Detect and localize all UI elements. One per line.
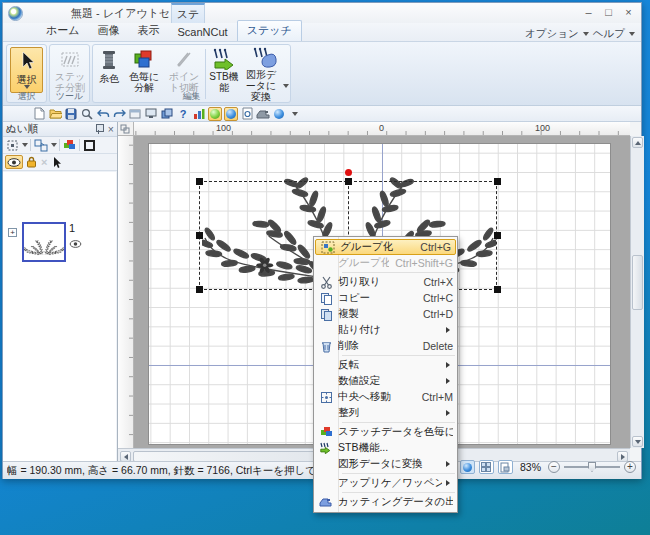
realistic-view-icon[interactable] <box>208 107 222 121</box>
menu-item-paste[interactable]: 貼り付け <box>314 322 457 338</box>
solid-view-icon[interactable] <box>224 107 238 121</box>
sewing-machine-icon[interactable] <box>256 107 270 121</box>
tab-image[interactable]: 画像 <box>89 21 129 41</box>
fit-page-icon[interactable] <box>498 460 513 474</box>
convert-to-shape-button[interactable]: 図形データに変換 <box>241 47 289 93</box>
help-menu[interactable]: ヘルプ <box>593 27 625 41</box>
contextual-tab-header[interactable]: ステッチ <box>171 3 205 23</box>
multi-frame-caret-icon[interactable] <box>51 143 57 147</box>
zoom-in-button[interactable]: + <box>624 461 636 473</box>
vertical-scrollbar[interactable] <box>630 136 644 448</box>
menu-item-duplicate[interactable]: 複製 Ctrl+D <box>314 306 457 322</box>
menu-item-align[interactable]: 整列 <box>314 405 457 421</box>
menu-item-move-to-center[interactable]: 中央へ移動 Ctrl+M <box>314 389 457 405</box>
submenu-arrow-icon <box>446 362 453 368</box>
expander-icon[interactable]: + <box>8 228 17 237</box>
menu-separator <box>342 473 455 474</box>
rotation-handle[interactable] <box>345 169 352 176</box>
view-mode-icon[interactable] <box>460 460 475 474</box>
save-icon[interactable] <box>64 107 78 121</box>
zoom-slider-thumb[interactable] <box>588 462 596 472</box>
panel-close-icon[interactable]: × <box>108 123 114 135</box>
select-frame-icon[interactable] <box>5 138 20 152</box>
split-view-icon[interactable] <box>479 460 494 474</box>
stitch-view-icon[interactable] <box>272 107 286 121</box>
item-eye-icon[interactable] <box>69 240 82 248</box>
handle-top-center[interactable] <box>345 178 352 185</box>
menu-item-group[interactable]: グループ化 Ctrl+G <box>315 239 456 255</box>
print-preview-icon[interactable] <box>240 107 254 121</box>
stb-function-button[interactable]: STB機能 <box>207 47 241 93</box>
handle-bottom-left[interactable] <box>196 286 203 293</box>
hide-disabled-icon[interactable]: × <box>40 155 48 169</box>
handle-bottom-right[interactable] <box>494 286 501 293</box>
menu-item-copy[interactable]: コピー Ctrl+C <box>314 290 457 306</box>
point-cut-button[interactable]: ポイント切断 <box>165 47 203 93</box>
stb-menu-icon <box>314 442 338 454</box>
menu-item-numeric-setting[interactable]: 数値設定 <box>314 373 457 389</box>
scroll-down-button[interactable] <box>632 436 643 447</box>
menu-item-applique[interactable]: アップリケ／ワッペン <box>314 475 457 491</box>
submenu-arrow-icon <box>446 410 453 416</box>
tab-stitch[interactable]: ステッチ <box>237 20 302 41</box>
open-file-icon[interactable] <box>48 107 62 121</box>
help-icon[interactable]: ? <box>176 107 190 121</box>
design-settings-icon[interactable] <box>192 107 206 121</box>
zoom-slider[interactable] <box>564 466 620 468</box>
zoom-out-button[interactable]: − <box>548 461 560 473</box>
ruler-label-right: 100 <box>535 123 550 133</box>
menu-item-ungroup[interactable]: グループ化解除 Ctrl+Shift+G <box>314 255 457 271</box>
menu-separator <box>342 492 455 493</box>
close-icon: × <box>625 6 631 18</box>
tab-home[interactable]: ホーム <box>37 21 89 41</box>
toolbar-options-caret-icon[interactable] <box>288 107 302 121</box>
redo-icon[interactable] <box>112 107 126 121</box>
stitch-divide-button[interactable]: ステッチ分割 <box>52 47 88 93</box>
select-caret-icon <box>24 85 30 89</box>
multi-frame-icon[interactable] <box>33 138 49 152</box>
menu-item-cutting-data-output[interactable]: カッティングデータの出力 <box>314 494 457 510</box>
tab-scanncut[interactable]: ScanNCut <box>169 24 237 41</box>
handle-top-left[interactable] <box>196 178 203 185</box>
color-order-icon[interactable] <box>62 138 77 152</box>
design-thumbnail[interactable] <box>22 222 66 262</box>
stitch-divide-icon <box>60 47 80 71</box>
panel-cursor-icon[interactable] <box>50 155 63 169</box>
menu-item-convert-to-shape[interactable]: 図形データに変換 <box>314 456 457 472</box>
handle-top-right[interactable] <box>494 178 501 185</box>
thread-color-button[interactable]: 糸色 <box>95 47 123 93</box>
new-document-icon[interactable] <box>32 107 46 121</box>
design-page-settings-icon[interactable] <box>160 107 174 121</box>
scroll-up-button[interactable] <box>632 137 643 148</box>
menu-item-cut[interactable]: 切り取り Ctrl+X <box>314 274 457 290</box>
undo-icon[interactable] <box>96 107 110 121</box>
options-menu[interactable]: オプション <box>525 27 579 41</box>
separate-by-color-button[interactable]: 色毎に分解 <box>124 47 164 93</box>
ruler-label-center: 0 <box>379 123 384 133</box>
handle-mid-right[interactable] <box>494 232 501 239</box>
ruler-label-left: 100 <box>216 123 231 133</box>
app-icon[interactable] <box>8 6 23 21</box>
maximize-button[interactable]: □ <box>600 5 617 20</box>
handle-mid-left[interactable] <box>196 232 203 239</box>
close-button[interactable]: × <box>620 5 637 20</box>
menu-item-separate-stitch-by-color[interactable]: ステッチデータを色毎に分解 <box>314 424 457 440</box>
show-hide-eye-icon[interactable] <box>5 155 23 169</box>
frame-view-icon[interactable] <box>82 138 97 152</box>
property-window-icon[interactable] <box>128 107 142 121</box>
menu-item-delete[interactable]: 削除 Delete <box>314 338 457 354</box>
vertical-scroll-thumb[interactable] <box>632 255 643 310</box>
menu-item-flip[interactable]: 反転 <box>314 357 457 373</box>
select-frame-caret-icon[interactable] <box>22 143 28 147</box>
zoom-tool-icon[interactable] <box>80 107 94 121</box>
lock-icon[interactable] <box>25 155 38 169</box>
submenu-arrow-icon <box>446 461 453 467</box>
select-button[interactable]: 選択 <box>10 47 43 93</box>
stb-function-icon <box>211 47 237 71</box>
thumbnail-design-image <box>24 240 64 256</box>
minimize-button[interactable]: – <box>580 5 597 20</box>
menu-item-stb-function[interactable]: STB機能... <box>314 440 457 456</box>
reference-window-icon[interactable] <box>144 107 158 121</box>
tab-view[interactable]: 表示 <box>129 21 169 41</box>
pin-icon[interactable] <box>95 124 103 134</box>
